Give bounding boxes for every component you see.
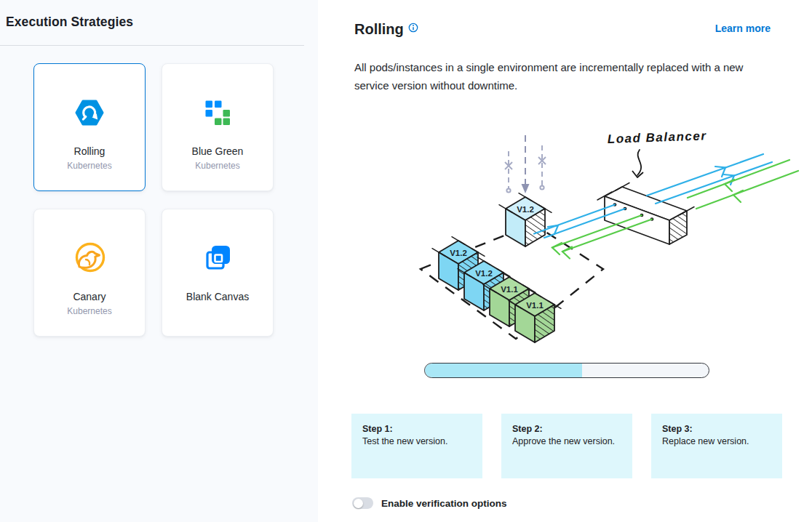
divider bbox=[0, 45, 304, 46]
step-text: Approve the new version. bbox=[512, 435, 621, 448]
strategy-cards-grid: Rolling Kubernetes Blue Green Kubern bbox=[33, 63, 318, 337]
strategy-label: Blank Canvas bbox=[186, 291, 249, 302]
svg-text:V1.2: V1.2 bbox=[450, 249, 467, 257]
svg-text:V1.1: V1.1 bbox=[526, 301, 544, 310]
strategy-card-canary[interactable]: Canary Kubernetes bbox=[33, 209, 146, 337]
execution-strategies-screen: Execution Strategies Rolling Kubernetes bbox=[0, 0, 812, 522]
strategy-sublabel: Kubernetes bbox=[67, 161, 111, 171]
rollout-progress-fill bbox=[425, 364, 582, 377]
enable-verification-toggle[interactable] bbox=[352, 497, 373, 509]
svg-text:V1.1: V1.1 bbox=[501, 285, 518, 294]
blank-canvas-strategy-icon bbox=[202, 241, 233, 275]
strategy-detail-title: Rolling bbox=[354, 20, 404, 38]
step-card-3: Step 3: Replace new version. bbox=[651, 414, 782, 478]
learn-more-link[interactable]: Learn more bbox=[715, 23, 771, 34]
strategy-label: Rolling bbox=[74, 145, 106, 157]
svg-text:V1.2: V1.2 bbox=[517, 205, 534, 214]
rolling-strategy-icon bbox=[75, 96, 104, 129]
strategy-label: Canary bbox=[73, 291, 106, 302]
verification-toggle-label: Enable verification options bbox=[381, 498, 507, 509]
svg-text:V1.2: V1.2 bbox=[475, 269, 493, 278]
detail-header: Rolling Learn more bbox=[318, 0, 812, 38]
pod-cube-staged: V1.2 bbox=[499, 193, 552, 246]
info-icon[interactable] bbox=[408, 23, 418, 36]
page-title: Execution Strategies bbox=[0, 0, 318, 30]
step-title: Step 1: bbox=[362, 423, 471, 435]
strategy-label: Blue Green bbox=[192, 145, 244, 157]
load-balancer-annotation: Load Balancer bbox=[607, 129, 706, 177]
staged-pod-blocked-traffic bbox=[505, 135, 546, 193]
svg-text:Load Balancer: Load Balancer bbox=[607, 129, 706, 146]
strategy-picker-panel: Execution Strategies Rolling Kubernetes bbox=[0, 0, 318, 522]
step-title: Step 2: bbox=[512, 423, 621, 435]
strategy-description: All pods/instances in a single environme… bbox=[354, 59, 771, 95]
strategy-sublabel: Kubernetes bbox=[195, 161, 239, 171]
blue-green-strategy-icon bbox=[204, 96, 231, 129]
strategy-detail-panel: Rolling Learn more All pods/instances in… bbox=[318, 0, 812, 522]
step-card-2: Step 2: Approve the new version. bbox=[501, 414, 632, 478]
strategy-card-blank-canvas[interactable]: Blank Canvas bbox=[162, 209, 274, 337]
strategy-card-blue-green[interactable]: Blue Green Kubernetes bbox=[162, 63, 274, 191]
step-card-1: Step 1: Test the new version. bbox=[351, 414, 482, 478]
step-text: Replace new version. bbox=[662, 435, 771, 448]
verification-toggle-row: Enable verification options bbox=[352, 497, 812, 509]
strategy-sublabel: Kubernetes bbox=[67, 306, 111, 316]
step-text: Test the new version. bbox=[362, 435, 471, 448]
canary-strategy-icon bbox=[73, 241, 106, 275]
rollout-progress-bar bbox=[424, 363, 709, 378]
toggle-knob bbox=[354, 499, 363, 508]
step-title: Step 3: bbox=[662, 423, 771, 435]
strategy-card-rolling[interactable]: Rolling Kubernetes bbox=[33, 63, 146, 191]
rolling-strategy-illustration: V1.2 V1.2 V1.2 bbox=[318, 109, 812, 356]
staged-pod-arrowhead bbox=[522, 184, 530, 193]
strategy-steps: Step 1: Test the new version. Step 2: Ap… bbox=[351, 414, 812, 478]
